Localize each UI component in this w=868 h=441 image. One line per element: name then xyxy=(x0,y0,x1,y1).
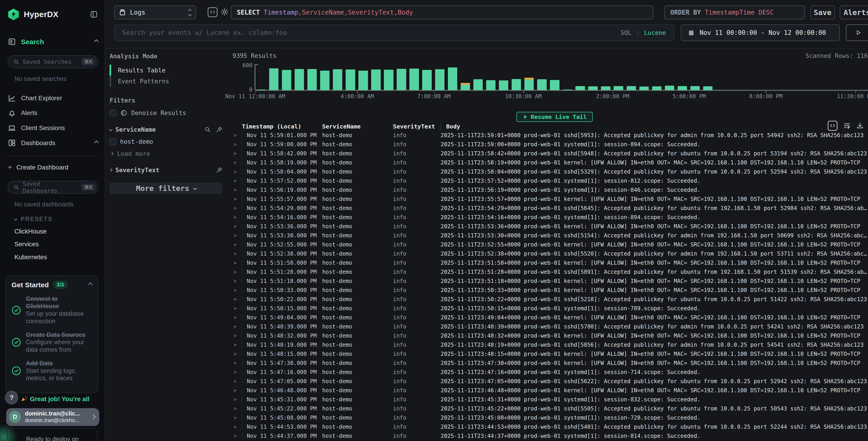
create-dashboard-button[interactable]: + Create Dashboard xyxy=(8,163,98,172)
chart-bar[interactable] xyxy=(678,86,687,90)
row-expand-chevron-icon[interactable]: > xyxy=(228,296,242,302)
chart-bar[interactable] xyxy=(346,69,355,90)
chart-bar[interactable] xyxy=(640,87,649,90)
row-expand-chevron-icon[interactable]: > xyxy=(228,406,242,411)
chart-bar[interactable] xyxy=(359,70,368,90)
chart-bar[interactable] xyxy=(256,90,266,90)
chart-bar[interactable] xyxy=(652,86,661,90)
get-started-item[interactable]: Create Data Sources Configure where your… xyxy=(11,331,92,354)
table-row[interactable]: > Nov 11 5:46:48.000 PM host-demo info 2… xyxy=(228,386,868,395)
table-row[interactable]: > Nov 11 5:44:37.000 PM host-demo info 2… xyxy=(228,431,868,440)
filter-group-servicename[interactable]: ServiceName xyxy=(110,126,222,133)
row-expand-chevron-icon[interactable]: > xyxy=(228,196,242,202)
chart-bar[interactable] xyxy=(550,80,559,90)
row-expand-chevron-icon[interactable]: > xyxy=(228,169,242,175)
row-expand-chevron-icon[interactable]: > xyxy=(228,351,242,357)
row-expand-chevron-icon[interactable]: > xyxy=(228,287,242,293)
chart-bar[interactable] xyxy=(614,86,623,90)
table-row[interactable]: > Nov 11 5:48:39.000 PM host-demo info 2… xyxy=(228,322,868,331)
table-row[interactable]: > Nov 11 5:57:52.000 PM host-demo info 2… xyxy=(228,176,868,185)
pin-icon[interactable] xyxy=(216,167,222,173)
chart-bar[interactable] xyxy=(294,69,304,90)
columns-config-icon[interactable] xyxy=(828,121,838,131)
column-header-severitytext[interactable]: SeverityText xyxy=(393,123,441,130)
pin-icon[interactable] xyxy=(216,126,222,133)
chart-bar[interactable] xyxy=(448,67,457,90)
row-expand-chevron-icon[interactable]: > xyxy=(228,142,242,147)
table-row[interactable]: > Nov 11 5:45:31.000 PM host-demo info 2… xyxy=(228,395,868,404)
row-expand-chevron-icon[interactable]: > xyxy=(228,178,242,184)
download-icon[interactable] xyxy=(857,122,864,129)
denoise-results-option[interactable]: Denoise Results xyxy=(110,109,222,117)
chart-bar[interactable] xyxy=(588,86,597,90)
chart-bar[interactable] xyxy=(537,79,547,90)
load-more-button[interactable]: Load more xyxy=(110,150,222,157)
host-demo-checkbox[interactable] xyxy=(110,138,116,145)
sidebar-collapse-icon[interactable] xyxy=(90,10,98,19)
chart-bar[interactable] xyxy=(409,68,419,90)
table-row[interactable]: > Nov 11 5:52:38.000 PM host-demo info 2… xyxy=(228,249,868,258)
table-row[interactable]: > Nov 11 5:54:29.000 PM host-demo info 2… xyxy=(228,204,868,213)
row-expand-chevron-icon[interactable]: > xyxy=(228,242,242,247)
table-row[interactable]: > Nov 11 5:50:33.000 PM host-demo info 2… xyxy=(228,286,868,295)
row-expand-chevron-icon[interactable]: > xyxy=(228,187,242,193)
chart-bar[interactable] xyxy=(627,86,636,90)
chart-bar[interactable] xyxy=(576,86,585,90)
table-row[interactable]: > Nov 11 5:47:05.000 PM host-demo info 2… xyxy=(228,377,868,386)
column-header-servicename[interactable]: ServiceName xyxy=(322,123,393,130)
row-expand-chevron-icon[interactable]: > xyxy=(228,305,242,311)
table-row[interactable]: > Nov 11 5:50:15.000 PM host-demo info 2… xyxy=(228,304,868,313)
table-row[interactable]: > Nov 11 5:53:36.000 PM host-demo info 2… xyxy=(228,222,868,231)
row-expand-chevron-icon[interactable]: > xyxy=(228,251,242,257)
row-expand-chevron-icon[interactable]: > xyxy=(228,415,242,420)
preset-item-kubernetes[interactable]: Kubernetes xyxy=(14,254,98,261)
chart-bar[interactable] xyxy=(690,86,700,90)
filter-value-host-demo[interactable]: host-demo xyxy=(110,138,222,145)
save-button[interactable]: Save xyxy=(810,5,835,19)
chart-bar[interactable] xyxy=(397,69,406,90)
table-row[interactable]: > Nov 11 5:59:00.000 PM host-demo info 2… xyxy=(228,140,868,149)
table-row[interactable]: > Nov 11 5:45:08.000 PM host-demo info 2… xyxy=(228,413,868,422)
sidebar-item-dashboards[interactable]: Dashboards xyxy=(8,136,98,151)
denoise-checkbox[interactable] xyxy=(110,110,116,116)
source-select[interactable]: Logs xyxy=(114,5,196,19)
row-expand-chevron-icon[interactable]: > xyxy=(228,233,242,238)
sql-editor-toggle-icon[interactable] xyxy=(208,7,218,17)
help-button[interactable]: ? xyxy=(5,391,18,404)
table-row[interactable]: > Nov 11 5:58:19.000 PM host-demo info 2… xyxy=(228,158,868,167)
table-row[interactable]: > Nov 11 5:47:16.000 PM host-demo info 2… xyxy=(228,368,868,377)
row-expand-chevron-icon[interactable]: > xyxy=(228,396,242,402)
chart-bar[interactable] xyxy=(473,79,483,90)
table-row[interactable]: > Nov 11 5:59:01.000 PM host-demo info 2… xyxy=(228,131,868,140)
chart-bar[interactable] xyxy=(384,70,393,90)
column-header-body[interactable]: Body xyxy=(441,123,868,130)
event-search-input[interactable]: Search your events w/ Lucene ex. column:… xyxy=(114,24,674,41)
user-menu[interactable]: D dominic.tran@clic... dominic.tran@clic… xyxy=(6,408,99,426)
row-expand-chevron-icon[interactable]: > xyxy=(228,278,242,284)
sidebar-item-search[interactable]: Search xyxy=(8,37,98,46)
select-query-input[interactable]: SELECT Timestamp ,ServiceName,SeverityTe… xyxy=(231,5,653,19)
chart-bar[interactable] xyxy=(499,80,508,90)
row-expand-chevron-icon[interactable]: > xyxy=(228,260,242,266)
table-row[interactable]: > Nov 11 5:51:58.000 PM host-demo info 2… xyxy=(228,258,868,267)
row-expand-chevron-icon[interactable]: > xyxy=(228,205,242,211)
chart-bar[interactable] xyxy=(422,70,432,90)
table-row[interactable]: > Nov 11 5:58:42.000 PM host-demo info 2… xyxy=(228,149,868,158)
table-row[interactable]: > Nov 11 5:49:04.000 PM host-demo info 2… xyxy=(228,313,868,322)
chart-bar[interactable] xyxy=(435,69,444,90)
table-row[interactable]: > Nov 11 5:50:22.000 PM host-demo info 2… xyxy=(228,295,868,304)
sidebar-item-alerts[interactable]: Alerts xyxy=(8,106,98,121)
chart-bar[interactable] xyxy=(371,69,380,90)
table-row[interactable]: > Nov 11 5:48:32.000 PM host-demo info 2… xyxy=(228,331,868,340)
row-expand-chevron-icon[interactable]: > xyxy=(228,424,242,430)
chart-bar[interactable] xyxy=(486,80,495,90)
table-row[interactable]: > Nov 11 5:51:18.000 PM host-demo info 2… xyxy=(228,276,868,286)
table-row[interactable]: > Nov 11 5:56:19.000 PM host-demo info 2… xyxy=(228,185,868,195)
get-started-item[interactable]: Connect to ClickHouse Set up your databa… xyxy=(11,295,92,325)
table-row[interactable]: > Nov 11 5:55:57.000 PM host-demo info 2… xyxy=(228,195,868,204)
row-expand-chevron-icon[interactable]: > xyxy=(228,224,242,229)
filter-group-severitytext[interactable]: SeverityText xyxy=(110,167,222,174)
table-row[interactable]: > Nov 11 5:52:55.000 PM host-demo info 2… xyxy=(228,240,868,249)
row-expand-chevron-icon[interactable]: > xyxy=(228,433,242,439)
table-row[interactable]: > Nov 11 5:47:30.000 PM host-demo info 2… xyxy=(228,358,868,368)
